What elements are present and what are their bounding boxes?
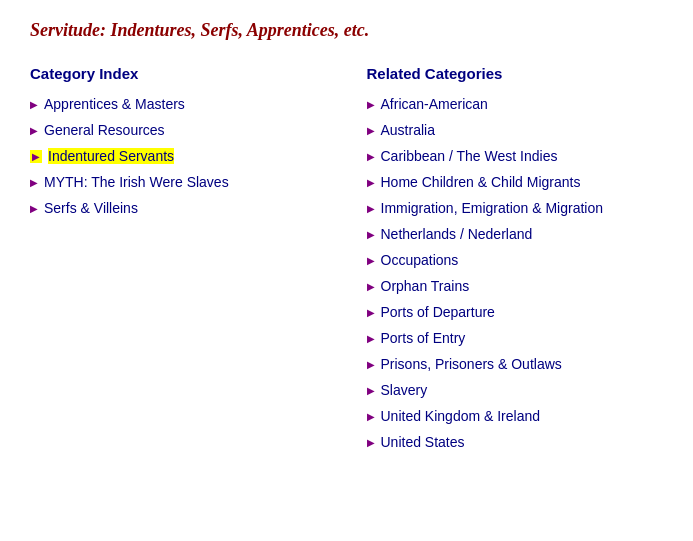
- related-categories-list: ▶African-American▶Australia▶Caribbean / …: [367, 96, 664, 450]
- category-index-header: Category Index: [30, 65, 327, 82]
- related-categories-header: Related Categories: [367, 65, 664, 82]
- arrow-icon: ▶: [30, 150, 42, 163]
- related-category-item[interactable]: ▶Caribbean / The West Indies: [367, 148, 664, 164]
- category-index-link[interactable]: Serfs & Villeins: [44, 200, 138, 216]
- category-index-item[interactable]: ▶Indentured Servants: [30, 148, 327, 164]
- arrow-icon: ▶: [30, 203, 38, 214]
- related-category-item[interactable]: ▶Ports of Departure: [367, 304, 664, 320]
- arrow-icon: ▶: [30, 99, 38, 110]
- arrow-icon: ▶: [30, 125, 38, 136]
- related-categories-column: Related Categories ▶African-American▶Aus…: [367, 65, 664, 450]
- related-category-item[interactable]: ▶Ports of Entry: [367, 330, 664, 346]
- related-category-item[interactable]: ▶African-American: [367, 96, 664, 112]
- related-category-link[interactable]: Slavery: [381, 382, 428, 398]
- category-index-item[interactable]: ▶Serfs & Villeins: [30, 200, 327, 216]
- related-category-link[interactable]: Prisons, Prisoners & Outlaws: [381, 356, 562, 372]
- related-category-link[interactable]: Australia: [381, 122, 435, 138]
- related-category-link[interactable]: Ports of Departure: [381, 304, 495, 320]
- related-category-link[interactable]: Caribbean / The West Indies: [381, 148, 558, 164]
- arrow-icon: ▶: [367, 333, 375, 344]
- related-category-item[interactable]: ▶Netherlands / Nederland: [367, 226, 664, 242]
- related-category-item[interactable]: ▶Occupations: [367, 252, 664, 268]
- arrow-icon: ▶: [30, 177, 38, 188]
- category-index-link[interactable]: MYTH: The Irish Were Slaves: [44, 174, 229, 190]
- related-category-item[interactable]: ▶Home Children & Child Migrants: [367, 174, 664, 190]
- arrow-icon: ▶: [367, 307, 375, 318]
- category-index-list: ▶Apprentices & Masters▶General Resources…: [30, 96, 327, 216]
- related-category-item[interactable]: ▶Australia: [367, 122, 664, 138]
- related-category-item[interactable]: ▶United Kingdom & Ireland: [367, 408, 664, 424]
- arrow-icon: ▶: [367, 99, 375, 110]
- arrow-icon: ▶: [367, 125, 375, 136]
- related-category-item[interactable]: ▶Prisons, Prisoners & Outlaws: [367, 356, 664, 372]
- related-category-item[interactable]: ▶United States: [367, 434, 664, 450]
- related-category-link[interactable]: Ports of Entry: [381, 330, 466, 346]
- related-category-link[interactable]: United Kingdom & Ireland: [381, 408, 541, 424]
- related-category-link[interactable]: United States: [381, 434, 465, 450]
- related-category-link[interactable]: Orphan Trains: [381, 278, 470, 294]
- arrow-icon: ▶: [367, 177, 375, 188]
- arrow-icon: ▶: [367, 203, 375, 214]
- category-index-link[interactable]: Apprentices & Masters: [44, 96, 185, 112]
- arrow-icon: ▶: [367, 255, 375, 266]
- related-category-link[interactable]: African-American: [381, 96, 488, 112]
- category-index-link[interactable]: General Resources: [44, 122, 165, 138]
- category-index-link[interactable]: Indentured Servants: [48, 148, 174, 164]
- arrow-icon: ▶: [367, 229, 375, 240]
- category-index-item[interactable]: ▶General Resources: [30, 122, 327, 138]
- related-category-link[interactable]: Occupations: [381, 252, 459, 268]
- related-category-item[interactable]: ▶Slavery: [367, 382, 664, 398]
- category-index-item[interactable]: ▶Apprentices & Masters: [30, 96, 327, 112]
- arrow-icon: ▶: [367, 359, 375, 370]
- related-category-link[interactable]: Immigration, Emigration & Migration: [381, 200, 604, 216]
- arrow-icon: ▶: [367, 281, 375, 292]
- arrow-icon: ▶: [367, 437, 375, 448]
- related-category-item[interactable]: ▶Immigration, Emigration & Migration: [367, 200, 664, 216]
- category-index-column: Category Index ▶Apprentices & Masters▶Ge…: [30, 65, 327, 216]
- related-category-link[interactable]: Netherlands / Nederland: [381, 226, 533, 242]
- related-category-item[interactable]: ▶Orphan Trains: [367, 278, 664, 294]
- arrow-icon: ▶: [367, 385, 375, 396]
- arrow-icon: ▶: [367, 151, 375, 162]
- columns-wrapper: Category Index ▶Apprentices & Masters▶Ge…: [30, 65, 663, 450]
- category-index-item[interactable]: ▶MYTH: The Irish Were Slaves: [30, 174, 327, 190]
- related-category-link[interactable]: Home Children & Child Migrants: [381, 174, 581, 190]
- arrow-icon: ▶: [367, 411, 375, 422]
- page-title: Servitude: Indentures, Serfs, Apprentice…: [30, 20, 663, 41]
